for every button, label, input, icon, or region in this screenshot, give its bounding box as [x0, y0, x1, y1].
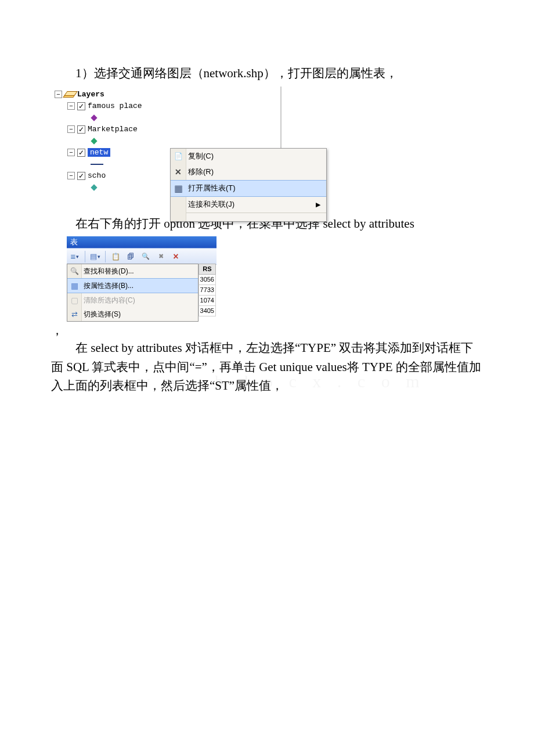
layer-label: famous place	[88, 102, 142, 110]
related-tables-button[interactable]	[88, 250, 102, 264]
point-symbol-icon	[91, 184, 97, 190]
table-cell[interactable]: 3056	[199, 275, 216, 285]
menu-item-copy[interactable]: 复制(C)	[171, 149, 326, 164]
point-symbol-icon	[91, 138, 97, 144]
menu-item-label: 打开属性表(T)	[188, 183, 236, 193]
table-icon	[173, 183, 183, 193]
layers-icon	[64, 91, 75, 98]
paragraph-3: 在 select by attributes 对话框中，左边选择“TYPE” 双…	[51, 339, 483, 395]
leading-comma: ，	[51, 322, 63, 339]
toolbar-separator	[105, 251, 106, 262]
visibility-checkbox[interactable]: ✓	[77, 102, 85, 110]
menu-item-open-attribute-table[interactable]: 打开属性表(T)	[171, 180, 326, 197]
visibility-checkbox[interactable]: ✓	[77, 125, 85, 134]
menu-item-label: 清除所选内容(C)	[84, 296, 135, 305]
menu-item-label: 按属性选择(B)...	[84, 281, 134, 291]
select-attr-icon	[69, 280, 80, 291]
menu-item-label: 连接和关联(J)	[188, 199, 234, 210]
remove-icon	[173, 167, 183, 177]
visibility-checkbox[interactable]: ✓	[77, 172, 85, 180]
menu-item-find-replace[interactable]: 查找和替换(D)...	[67, 264, 198, 278]
visibility-checkbox[interactable]: ✓	[77, 149, 85, 157]
menu-item-label: 查找和替换(D)...	[84, 267, 134, 276]
table-cell[interactable]: 3405	[199, 306, 216, 316]
layer-label: netw	[88, 148, 110, 157]
switch-icon	[69, 309, 80, 319]
menu-item-joins-relates[interactable]: 连接和关联(J) ▶	[171, 197, 326, 213]
table-options-menu: 查找和替换(D)... 按属性选择(B)... 清除所选内容(C) 切换选择(S…	[67, 264, 199, 322]
layer-row[interactable]: − ✓ Marketplace	[55, 124, 277, 135]
toolbar-separator	[85, 251, 85, 262]
layer-symbol-row	[55, 112, 277, 124]
tree-root-row[interactable]: − Layers	[55, 89, 277, 100]
paragraph-1: 1）选择交通网络图层（network.shp），打开图层的属性表，	[51, 64, 483, 83]
switch-selection-button[interactable]	[124, 250, 138, 264]
menu-cutoff	[171, 213, 326, 221]
collapse-icon[interactable]: −	[67, 102, 75, 110]
screenshot-layers-panel: − Layers − ✓ famous place − ✓ Marketplac…	[51, 87, 282, 207]
collapse-icon[interactable]: −	[67, 125, 75, 133]
collapse-icon[interactable]: −	[55, 91, 62, 98]
layer-label: scho	[88, 171, 106, 180]
menu-item-switch-selection[interactable]: 切换选择(S)	[67, 307, 198, 321]
binoculars-icon	[69, 266, 80, 276]
delete-selected-button[interactable]	[169, 250, 183, 264]
menu-item-select-by-attributes[interactable]: 按属性选择(B)...	[67, 278, 198, 293]
menu-item-label: 切换选择(S)	[84, 309, 121, 319]
tree-root-label: Layers	[77, 90, 104, 99]
line-symbol-icon	[91, 164, 103, 165]
menu-item-clear-selection: 清除所选内容(C)	[67, 293, 198, 307]
submenu-arrow-icon: ▶	[316, 201, 320, 208]
layer-context-menu: 复制(C) 移除(R) 打开属性表(T) 连接和关联(J) ▶	[170, 148, 327, 222]
select-by-attr-button[interactable]	[109, 250, 122, 264]
clear-selection-button[interactable]	[154, 250, 168, 264]
layer-symbol-row	[55, 135, 277, 147]
menu-item-remove[interactable]: 移除(R)	[171, 164, 326, 180]
table-window-title: 表	[67, 236, 217, 248]
copy-icon	[173, 151, 183, 161]
clear-icon	[69, 295, 80, 305]
table-options-button[interactable]	[68, 250, 82, 264]
menu-item-label: 复制(C)	[188, 151, 214, 161]
table-toolbar	[67, 248, 217, 265]
layer-row[interactable]: − ✓ famous place	[55, 100, 277, 112]
point-symbol-icon	[91, 114, 97, 121]
table-cell[interactable]: 7733	[199, 285, 216, 296]
collapse-icon[interactable]: −	[67, 172, 75, 179]
collapse-icon[interactable]: −	[67, 149, 75, 156]
zoom-selected-button[interactable]	[139, 250, 153, 264]
table-data-fragment: RS 3056 7733 1074 3405	[198, 264, 216, 316]
screenshot-table-options: 表 查找和替换(D)... 按属性选择	[67, 236, 217, 329]
layer-label: Marketplace	[88, 125, 138, 134]
column-header[interactable]: RS	[199, 264, 216, 275]
menu-item-label: 移除(R)	[188, 167, 214, 177]
table-cell[interactable]: 1074	[199, 296, 216, 306]
